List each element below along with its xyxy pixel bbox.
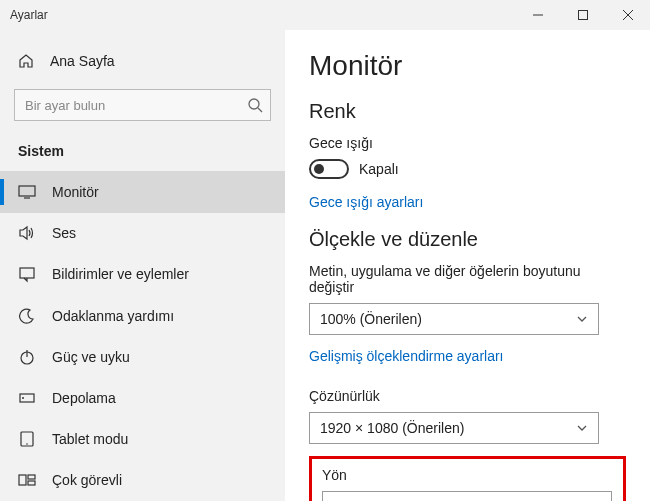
section-header: Sistem — [0, 139, 285, 171]
sidebar-item-label: Güç ve uyku — [52, 349, 130, 365]
sidebar: Ana Sayfa Sistem Monitör Ses Bildirimler… — [0, 30, 285, 501]
sidebar-item-notifications[interactable]: Bildirimler ve eylemler — [0, 254, 285, 295]
night-light-settings-link[interactable]: Gece ışığı ayarları — [309, 194, 423, 210]
advanced-scaling-link[interactable]: Gelişmiş ölçeklendirme ayarları — [309, 348, 504, 364]
sidebar-item-label: Çok görevli — [52, 472, 122, 488]
speaker-icon — [18, 224, 36, 242]
night-light-state: Kapalı — [359, 161, 399, 177]
scale-value: 100% (Önerilen) — [320, 311, 422, 327]
maximize-button[interactable] — [560, 0, 605, 30]
resolution-value: 1920 × 1080 (Önerilen) — [320, 420, 464, 436]
page-title: Monitör — [309, 50, 626, 82]
sidebar-item-label: Monitör — [52, 184, 99, 200]
sidebar-item-label: Tablet modu — [52, 431, 128, 447]
svg-line-5 — [258, 108, 262, 112]
search-box[interactable] — [14, 89, 271, 121]
search-input[interactable] — [14, 89, 271, 121]
sidebar-item-label: Ses — [52, 225, 76, 241]
sidebar-item-sound[interactable]: Ses — [0, 213, 285, 254]
sidebar-item-label: Depolama — [52, 390, 116, 406]
scale-select[interactable]: 100% (Önerilen) — [309, 303, 599, 335]
orientation-select[interactable]: Yatay — [322, 491, 612, 501]
window-controls — [515, 0, 650, 30]
home-label: Ana Sayfa — [50, 53, 115, 69]
minimize-button[interactable] — [515, 0, 560, 30]
home-button[interactable]: Ana Sayfa — [0, 42, 285, 79]
window-title: Ayarlar — [10, 8, 48, 22]
svg-rect-8 — [20, 268, 34, 278]
orientation-highlight: Yön Yatay — [309, 456, 626, 501]
notification-icon — [18, 265, 36, 283]
sidebar-item-power[interactable]: Güç ve uyku — [0, 336, 285, 377]
resolution-label: Çözünürlük — [309, 388, 626, 404]
sidebar-item-multitask[interactable]: Çok görevli — [0, 460, 285, 501]
multitask-icon — [18, 471, 36, 489]
sidebar-item-label: Odaklanma yardımı — [52, 308, 174, 324]
resolution-select[interactable]: 1920 × 1080 (Önerilen) — [309, 412, 599, 444]
storage-icon — [18, 389, 36, 407]
main-panel: Monitör Renk Gece ışığı Kapalı Gece ışığ… — [285, 30, 650, 501]
moon-icon — [18, 307, 36, 325]
svg-rect-16 — [28, 475, 35, 479]
power-icon — [18, 348, 36, 366]
svg-point-12 — [22, 397, 24, 399]
scale-header: Ölçekle ve düzenle — [309, 228, 626, 251]
sidebar-item-tablet[interactable]: Tablet modu — [0, 419, 285, 460]
sidebar-item-storage[interactable]: Depolama — [0, 377, 285, 418]
svg-rect-6 — [19, 186, 35, 196]
color-header: Renk — [309, 100, 626, 123]
sidebar-item-monitor[interactable]: Monitör — [0, 171, 285, 212]
chevron-down-icon — [576, 313, 588, 325]
scale-label: Metin, uygulama ve diğer öğelerin boyutu… — [309, 263, 626, 295]
svg-rect-1 — [578, 11, 587, 20]
night-light-toggle[interactable] — [309, 159, 349, 179]
svg-rect-15 — [19, 475, 26, 485]
search-icon — [247, 97, 263, 113]
home-icon — [18, 53, 34, 69]
close-button[interactable] — [605, 0, 650, 30]
svg-point-4 — [249, 99, 259, 109]
night-light-label: Gece ışığı — [309, 135, 626, 151]
sidebar-item-focus[interactable]: Odaklanma yardımı — [0, 295, 285, 336]
titlebar: Ayarlar — [0, 0, 650, 30]
chevron-down-icon — [576, 422, 588, 434]
svg-rect-17 — [28, 481, 35, 485]
display-icon — [18, 183, 36, 201]
tablet-icon — [18, 430, 36, 448]
orientation-label: Yön — [322, 467, 613, 483]
sidebar-item-label: Bildirimler ve eylemler — [52, 266, 189, 282]
svg-point-14 — [26, 443, 28, 445]
